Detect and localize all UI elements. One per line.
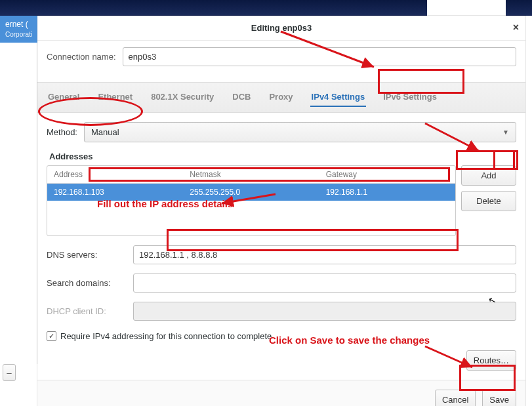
- remove-connection-button[interactable]: –: [3, 364, 16, 381]
- sidebar-item-sub: Corporati: [5, 30, 32, 39]
- save-button[interactable]: Save: [482, 390, 516, 406]
- method-combo[interactable]: Manual ▼: [84, 122, 516, 142]
- cancel-button[interactable]: Cancel: [435, 390, 476, 406]
- dhcp-client-id-label: DHCP client ID:: [47, 306, 127, 316]
- tab-ethernet[interactable]: Ethernet: [96, 88, 134, 107]
- cell-netmask[interactable]: 255.255.255.0: [183, 184, 319, 201]
- method-label: Method:: [47, 127, 77, 137]
- cell-gateway[interactable]: 192.168.1.1: [319, 184, 455, 201]
- dns-servers-label: DNS servers:: [47, 250, 127, 260]
- search-domains-input[interactable]: [133, 274, 516, 293]
- search-domains-label: Search domains:: [47, 278, 127, 288]
- tabbar: GeneralEthernet802.1X SecurityDCBProxyIP…: [37, 82, 525, 113]
- delete-button[interactable]: Delete: [461, 191, 516, 211]
- close-icon[interactable]: ×: [513, 22, 519, 33]
- titlebar: Editing enp0s3 ×: [37, 16, 525, 41]
- add-button[interactable]: Add: [461, 165, 516, 186]
- chevron-down-icon: ▼: [502, 129, 509, 136]
- tab-general[interactable]: General: [47, 88, 81, 107]
- table-row[interactable]: 192.168.1.103255.255.255.0192.168.1.1: [47, 184, 455, 201]
- sidebar-item-title: ernet (: [5, 20, 32, 30]
- cell-address[interactable]: 192.168.1.103: [47, 184, 183, 201]
- require-ipv4-label: Require IPv4 addressing for this connect…: [60, 331, 272, 341]
- addresses-header: Addresses: [49, 152, 516, 161]
- addresses-table[interactable]: AddressNetmaskGateway 192.168.1.103255.2…: [47, 165, 456, 236]
- dialog-title: Editing enp0s3: [251, 23, 312, 33]
- dialog-editing-connection: Editing enp0s3 × Connection name: Genera…: [37, 16, 525, 406]
- tab-ipv6-settings[interactable]: IPv6 Settings: [382, 88, 438, 107]
- tab-proxy[interactable]: Proxy: [268, 88, 294, 107]
- dns-servers-input[interactable]: [133, 245, 516, 264]
- connection-name-label: Connection name:: [47, 52, 116, 62]
- column-header[interactable]: Netmask: [183, 166, 319, 183]
- column-header[interactable]: Gateway: [319, 166, 455, 183]
- sidebar-item-ethernet[interactable]: ernet ( Corporati: [0, 16, 37, 43]
- tab-dcb[interactable]: DCB: [231, 88, 252, 107]
- tab-ipv4-settings[interactable]: IPv4 Settings: [310, 88, 367, 107]
- routes-button[interactable]: Routes…: [466, 350, 516, 371]
- method-value: Manual: [91, 127, 119, 137]
- require-ipv4-checkbox[interactable]: ✓: [47, 331, 56, 341]
- column-header[interactable]: Address: [47, 166, 183, 183]
- tab-802-1x-security[interactable]: 802.1X Security: [150, 88, 215, 107]
- dhcp-client-id-input: [133, 302, 516, 321]
- minus-icon: –: [7, 368, 11, 378]
- connection-name-input[interactable]: [123, 47, 516, 66]
